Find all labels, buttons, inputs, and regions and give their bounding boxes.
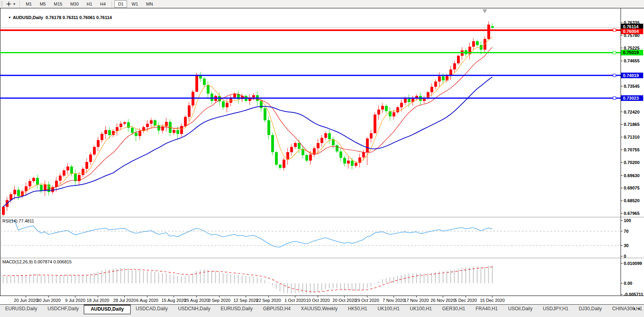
svg-text:0.72420: 0.72420 [624, 110, 640, 114]
toolbar-separator [112, 1, 112, 7]
svg-text:0.67965: 0.67965 [624, 211, 640, 216]
tab-GBPUSD-H4[interactable]: GBPUSD,H4 [258, 305, 295, 313]
chart-area[interactable]: 0.763350.757800.752250.746550.735450.724… [0, 8, 644, 304]
svg-text:1 Oct 2020: 1 Oct 2020 [284, 298, 306, 303]
tab-USDCAD-Daily[interactable]: USDCAD,Daily [131, 305, 173, 313]
tab-GER30-H1[interactable]: GER30,H1 [437, 305, 470, 313]
svg-text:30: 30 [624, 243, 629, 248]
chart-symbol: AUDUSD,Daily [13, 15, 43, 20]
svg-text:0.75019: 0.75019 [623, 50, 639, 55]
svg-text:20 Jun 2020: 20 Jun 2020 [14, 298, 38, 303]
svg-text:0.68520: 0.68520 [624, 198, 640, 203]
svg-text:0.70755: 0.70755 [624, 147, 640, 152]
svg-text:0: 0 [624, 254, 626, 259]
chart-title: ▼AUDUSD,Daily 0.76178 0.76311 0.76061 0.… [3, 10, 112, 25]
svg-text:0.69075: 0.69075 [624, 186, 640, 190]
tab-UK100-H1[interactable]: UK100,H1 [405, 305, 437, 313]
line-handle[interactable] [613, 74, 616, 77]
line-handle[interactable] [613, 29, 616, 31]
svg-text:0.76004: 0.76004 [623, 29, 639, 34]
svg-text:20 Oct 2020: 20 Oct 2020 [333, 298, 357, 303]
tab-EURUSD-Daily[interactable]: EURUSD,Daily [0, 305, 42, 313]
tab-scroll-left-icon[interactable]: ◄ [632, 307, 638, 311]
tab-USOil-Daily[interactable]: USOil,Daily [503, 305, 538, 313]
svg-text:0.00: 0.00 [624, 281, 632, 286]
timeframe-button-M5[interactable]: M5 [36, 0, 49, 8]
svg-text:0.76114: 0.76114 [623, 24, 639, 29]
toolbar-separator [19, 1, 20, 7]
timeframe-buttons: M1M5M15M30H1H4D1W1MN [22, 0, 157, 8]
tab-DJ30-Daily[interactable]: DJ30,Daily [574, 305, 607, 313]
svg-text:0.75225: 0.75225 [624, 46, 640, 50]
timeframe-button-H1[interactable]: H1 [83, 0, 96, 8]
svg-text:30 Jun 2020: 30 Jun 2020 [37, 298, 61, 303]
svg-text:17 Nov 2020: 17 Nov 2020 [404, 298, 429, 303]
collapse-triangle-icon[interactable]: ▼ [8, 16, 11, 19]
svg-text:26 Nov 2020: 26 Nov 2020 [431, 298, 455, 303]
tab-AUDUSD-Daily[interactable]: AUDUSD,Daily [84, 305, 130, 314]
svg-text:0.010099: 0.010099 [624, 261, 642, 266]
tab-scroll-arrows: ◄► [632, 307, 643, 311]
svg-text:22 Sep 2020: 22 Sep 2020 [256, 298, 281, 303]
svg-text:0.69630: 0.69630 [624, 173, 640, 178]
timeframe-button-M30[interactable]: M30 [67, 0, 82, 8]
chevron-down-icon[interactable]: ▼ [13, 2, 16, 6]
svg-text:15 Dec 2020: 15 Dec 2020 [480, 298, 505, 303]
svg-text:6 Aug 2020: 6 Aug 2020 [136, 298, 158, 303]
svg-text:0.74655: 0.74655 [624, 58, 640, 63]
rsi-indicator-label: RSI(14) 77.4811 [2, 218, 34, 223]
macd-indicator-label: MACD(12,26,9) 0.007874 0.006815 [2, 259, 71, 264]
line-handle[interactable] [613, 51, 616, 54]
svg-text:25 Aug 2020: 25 Aug 2020 [184, 298, 209, 303]
tab-USDCHF-Daily[interactable]: USDCHF,Daily [42, 305, 84, 313]
svg-text:12 Sep 2020: 12 Sep 2020 [233, 298, 258, 303]
svg-text:15 Aug 2020: 15 Aug 2020 [162, 298, 186, 303]
svg-text:0.73545: 0.73545 [624, 84, 640, 89]
timeframe-button-MN[interactable]: MN [143, 0, 156, 8]
tab-EURUSD-Daily[interactable]: EURUSD,Daily [216, 305, 258, 313]
svg-text:9 Jul 2020: 9 Jul 2020 [65, 298, 85, 303]
svg-text:0.73023: 0.73023 [623, 96, 639, 101]
tab-XAUUSD-Weekly[interactable]: XAUUSD,Weekly [296, 305, 343, 313]
timeframe-button-M1[interactable]: M1 [22, 0, 35, 8]
svg-text:100: 100 [624, 218, 631, 223]
tab-UK100-H1[interactable]: UK100,H1 [372, 305, 405, 313]
chart-ohlc-values: 0.76178 0.76311 0.76061 0.76114 [46, 15, 112, 20]
tab-scroll-right-icon[interactable]: ► [638, 307, 643, 311]
tab-HK50-H1[interactable]: HK50,H1 [343, 305, 372, 313]
svg-text:10 Oct 2020: 10 Oct 2020 [306, 298, 330, 303]
svg-text:-0.005711: -0.005711 [624, 292, 643, 297]
line-handle[interactable] [613, 97, 616, 99]
crosshair-cursor-icon[interactable]: ▼ [4, 0, 17, 8]
svg-text:28 Jul 2020: 28 Jul 2020 [113, 298, 136, 303]
svg-text:18 Jul 2020: 18 Jul 2020 [87, 298, 109, 303]
timeframe-button-M15[interactable]: M15 [50, 0, 66, 8]
chart-tab-bar: EURUSD,DailyUSDCHF,DailyAUDUSD,DailyUSDC… [0, 304, 644, 317]
svg-text:0.71310: 0.71310 [624, 135, 640, 139]
toolbar-grip[interactable] [1, 1, 3, 7]
tab-USDCNH-Daily[interactable]: USDCNH,Daily [173, 305, 215, 313]
svg-text:3 Sep 2020: 3 Sep 2020 [208, 298, 230, 303]
svg-text:70: 70 [624, 229, 629, 234]
timeframe-button-H4[interactable]: H4 [96, 0, 109, 8]
svg-text:0.70200: 0.70200 [624, 160, 640, 165]
mt4-window: ▼ M1M5M15M30H1H4D1W1MN 0.763350.757800.7… [0, 0, 644, 317]
timeframe-button-W1[interactable]: W1 [128, 0, 142, 8]
svg-text:0.74019: 0.74019 [623, 73, 639, 78]
svg-text:0.71865: 0.71865 [624, 122, 640, 127]
tab-USDJPY-H1[interactable]: USDJPY,H1 [538, 305, 573, 313]
timeframe-button-D1[interactable]: D1 [114, 0, 127, 8]
timeframe-toolbar: ▼ M1M5M15M30H1H4D1W1MN [0, 0, 644, 8]
svg-text:29 Oct 2020: 29 Oct 2020 [355, 298, 379, 303]
svg-text:5 Dec 2020: 5 Dec 2020 [455, 298, 477, 303]
svg-text:7 Nov 2020: 7 Nov 2020 [383, 298, 405, 303]
tab-FRA40-H1[interactable]: FRA40,H1 [470, 305, 503, 313]
